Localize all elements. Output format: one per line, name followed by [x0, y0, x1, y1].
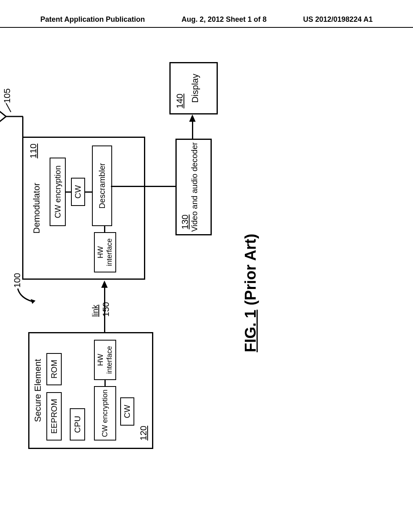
display-box: 140 Display	[169, 62, 218, 114]
fig-prior-art: (Prior Art)	[242, 234, 259, 305]
secure-element-box: Secure Element EEPROM ROM CPU CW encrypt…	[28, 332, 153, 449]
eeprom-box: EEPROM	[46, 392, 62, 441]
cw-encryption-label-se: CW encryption	[101, 389, 110, 437]
link-label: link	[91, 305, 100, 317]
header-right: US 2012/0198224 A1	[303, 15, 373, 24]
cw-encryption-box-se: CW encryption	[94, 386, 116, 441]
antenna-icon	[0, 106, 24, 127]
hw-interface-box-dm: HW interface	[94, 232, 116, 272]
header-center: Aug. 2, 2012 Sheet 1 of 8	[181, 15, 267, 24]
cpu-box: CPU	[70, 408, 85, 441]
hw-interface-label-dm: HW interface	[96, 233, 114, 272]
figure-caption: FIG. 1 (Prior Art)	[242, 234, 259, 352]
curve-arrow-icon	[16, 288, 36, 304]
demodulator-box: Demodulator CW encryption CW Descrambler…	[22, 137, 145, 280]
descrambler-box: Descrambler	[92, 145, 112, 226]
link-arrow-icon	[101, 281, 108, 288]
cw-box-se: CW	[120, 397, 134, 426]
link-line	[104, 287, 105, 332]
antenna-line-h	[22, 116, 23, 137]
antenna-pointer-icon	[5, 102, 12, 113]
ref-105: 105	[2, 88, 13, 103]
ref-130: 130	[180, 214, 190, 229]
decoder-box: 130 Video and audio decoder	[175, 139, 212, 235]
descrambler-decoder-line	[111, 186, 175, 187]
secure-element-label: Secure Element	[33, 333, 43, 448]
ref-140: 140	[175, 94, 185, 108]
ref-120: 120	[138, 426, 149, 441]
rom-box: ROM	[46, 353, 62, 385]
svg-line-3	[6, 103, 11, 112]
decoder-display-arrow-icon	[189, 114, 196, 122]
dm-internal-line3	[85, 191, 92, 193]
dm-internal-line1	[104, 226, 105, 232]
fig-number: FIG. 1	[242, 310, 259, 352]
header-left: Patent Application Publication	[40, 15, 145, 24]
ref-100: 100	[12, 273, 23, 288]
cw-box-dm: CW	[71, 178, 85, 206]
hw-interface-box-se: HW interface	[94, 340, 116, 380]
diagram: 100 Secure Element EEPROM ROM CPU CW enc…	[0, 64, 403, 477]
cw-encryption-box-dm: CW encryption	[50, 158, 66, 226]
hw-interface-label-se: HW interface	[96, 341, 114, 379]
se-internal-line	[104, 380, 106, 386]
decoder-label: Video and audio decoder	[190, 140, 199, 234]
dm-internal-line2	[66, 191, 71, 193]
ref-150: 150	[101, 302, 111, 317]
decoder-display-line	[192, 121, 193, 139]
display-label: Display	[190, 63, 200, 113]
ref-110: 110	[28, 143, 39, 158]
demodulator-label: Demodulator	[31, 138, 42, 278]
